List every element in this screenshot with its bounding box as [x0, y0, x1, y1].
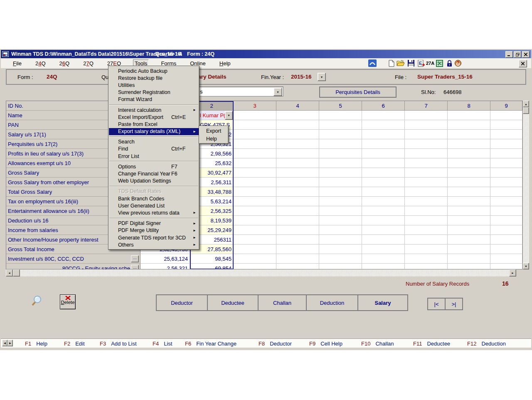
close-button[interactable] — [522, 51, 530, 58]
cell-r3-c4[interactable] — [276, 130, 319, 139]
cell-r12-c4[interactable] — [276, 216, 319, 225]
cell-r11-c4[interactable] — [276, 206, 319, 216]
menu-item-format-wizard[interactable]: Format Wizard — [109, 96, 199, 103]
cell-r6-c8[interactable] — [448, 158, 490, 168]
menu-item-pdf-digital-signer[interactable]: PDF Digital Signer► — [109, 220, 199, 227]
finyear-dropdown-button[interactable]: ▼ — [318, 73, 326, 81]
cell-r8-c5[interactable] — [319, 178, 362, 187]
column-header-5[interactable]: 5 — [319, 101, 362, 111]
perquisites-details-button[interactable]: Perquisites Details — [319, 86, 397, 98]
cell-r1-c3[interactable] — [234, 111, 276, 120]
dial-icon[interactable] — [368, 59, 377, 67]
cell-r1-c4[interactable] — [276, 111, 319, 120]
cell-r6-c9[interactable] — [490, 158, 522, 168]
cell-r17-c7[interactable] — [405, 264, 448, 269]
fkey-f11[interactable]: F11Deductee — [413, 341, 450, 347]
cell-r4-c7[interactable] — [405, 139, 448, 149]
cell-r16-c8[interactable] — [448, 254, 490, 264]
cell-r5-c7[interactable] — [405, 149, 448, 158]
tab-deductee[interactable]: Deductee — [207, 294, 259, 311]
tab-salary[interactable]: Salary — [357, 294, 408, 311]
cell-r14-c8[interactable] — [448, 235, 490, 244]
cell-r14-c9[interactable] — [490, 235, 522, 244]
minimize-button[interactable] — [505, 51, 513, 58]
cell-r5-c5[interactable] — [319, 149, 362, 158]
last-record-button[interactable]: >| — [445, 298, 463, 310]
cell-r4-c9[interactable] — [490, 139, 522, 149]
cell-r13-c6[interactable] — [362, 225, 405, 235]
cell-r4-c6[interactable] — [362, 139, 405, 149]
cell-r9-c5[interactable] — [319, 187, 362, 197]
cell-r9-c8[interactable] — [448, 187, 490, 197]
open-folder-icon[interactable] — [397, 59, 405, 67]
cell-r10-c9[interactable] — [490, 197, 522, 206]
cell-r17-c2[interactable]: 69,854 — [190, 264, 234, 269]
cell-r7-c9[interactable] — [490, 168, 522, 178]
vertical-scrollbar-track[interactable] — [523, 114, 529, 263]
cell-r17-c1[interactable]: 2,56,321 — [140, 264, 190, 269]
form-27a-icon[interactable]: 27A — [426, 59, 435, 67]
cell-r6-c6[interactable] — [362, 158, 405, 168]
cell-r17-c5[interactable] — [319, 264, 362, 269]
cell-r6-c5[interactable] — [319, 158, 362, 168]
horizontal-scrollbar-track[interactable] — [20, 269, 509, 277]
column-header-7[interactable]: 7 — [405, 101, 448, 111]
menu-item-search[interactable]: Search — [109, 138, 199, 146]
cell-r14-c5[interactable] — [319, 235, 362, 244]
cell-r6-c3[interactable] — [234, 158, 276, 168]
cell-r10-c8[interactable] — [448, 197, 490, 206]
cell-r9-c9[interactable] — [490, 187, 522, 197]
menu-item-excel-import-export[interactable]: Excel Import/ExportCtrl+E — [109, 114, 199, 121]
cell-r8-c9[interactable] — [490, 178, 522, 187]
column-header-3[interactable]: 3 — [234, 101, 276, 111]
statusbar-right-icon[interactable]: ► — [7, 340, 13, 346]
cell-r3-c3[interactable] — [234, 130, 276, 139]
cell-r10-c7[interactable] — [405, 197, 448, 206]
lock-icon[interactable] — [445, 59, 453, 67]
cell-r8-c3[interactable] — [234, 178, 276, 187]
cell-r7-c3[interactable] — [234, 168, 276, 178]
cell-r17-c9[interactable] — [490, 264, 522, 269]
fkey-f6[interactable]: F6Fin Year Change — [185, 341, 236, 347]
cell-r3-c5[interactable] — [319, 130, 362, 139]
new-file-icon[interactable] — [387, 59, 396, 67]
cell-r15-c7[interactable] — [405, 244, 448, 254]
scroll-up-icon[interactable]: ▲ — [523, 101, 529, 107]
menu-item-view-previous-returns-data[interactable]: View previous returns data► — [109, 209, 199, 216]
cell-r3-c7[interactable] — [405, 130, 448, 139]
cell-r5-c9[interactable] — [490, 149, 522, 158]
menu-item-bank-branch-codes[interactable]: Bank Branch Codes — [109, 195, 199, 202]
cell-r6-c4[interactable] — [276, 158, 319, 168]
cell-r14-c7[interactable] — [405, 235, 448, 244]
cell-r17-c3[interactable] — [234, 264, 276, 269]
cell-r5-c3[interactable] — [234, 149, 276, 158]
first-record-button[interactable]: |< — [427, 298, 446, 310]
cell-r12-c8[interactable] — [448, 216, 490, 225]
cell-r7-c8[interactable] — [448, 168, 490, 178]
cell-r11-c9[interactable] — [490, 206, 522, 216]
menu-item-error-list[interactable]: Error List — [109, 153, 199, 160]
cell-r1-c9[interactable] — [490, 111, 522, 120]
cell-r16-c9[interactable] — [490, 254, 522, 264]
fkey-f2[interactable]: F2Edit — [64, 341, 85, 347]
menu-item-restore-backup-file[interactable]: Restore backup file — [109, 74, 199, 81]
cell-r2-c3[interactable] — [234, 120, 276, 130]
cell-r16-c1[interactable]: 25,63,124 — [140, 254, 190, 264]
cell-r12-c5[interactable] — [319, 216, 362, 225]
menu-26q[interactable]: 26Q — [58, 59, 71, 67]
cell-r6-c7[interactable] — [405, 158, 448, 168]
scroll-left-icon[interactable]: ◄ — [6, 269, 13, 277]
cell-r1-c5[interactable] — [319, 111, 362, 120]
fkey-f1[interactable]: F1Help — [25, 341, 47, 347]
name-cell-dropdown-button[interactable]: ▼ — [225, 111, 233, 120]
scroll-down-icon[interactable]: ▼ — [523, 263, 529, 269]
search-icon[interactable] — [30, 295, 42, 309]
column-header-6[interactable]: 6 — [362, 101, 405, 111]
column-header-8[interactable]: 8 — [448, 101, 490, 111]
scroll-right-icon[interactable]: ► — [509, 269, 516, 277]
cell-r12-c3[interactable] — [234, 216, 276, 225]
cell-r10-c4[interactable] — [276, 197, 319, 206]
cell-r15-c5[interactable] — [319, 244, 362, 254]
excel-icon[interactable] — [435, 59, 443, 67]
menu-item-web-updation-settings[interactable]: Web Updation Settings — [109, 178, 199, 185]
